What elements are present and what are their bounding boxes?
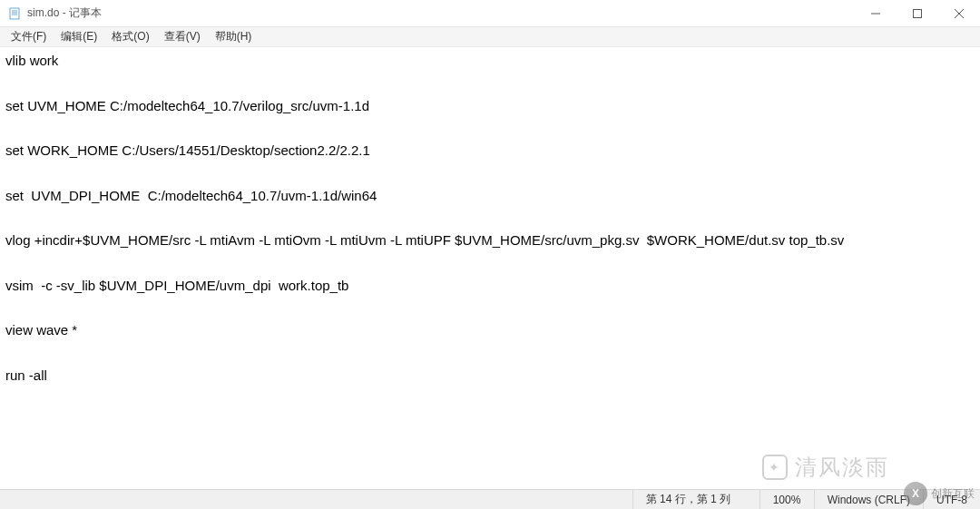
title-bar: sim.do - 记事本 — [0, 0, 980, 27]
svg-rect-0 — [10, 8, 19, 19]
menu-file[interactable]: 文件(F) — [4, 27, 54, 46]
status-encoding: UTF-8 — [923, 490, 980, 509]
maximize-button[interactable] — [897, 0, 938, 27]
menu-edit[interactable]: 编辑(E) — [54, 27, 104, 46]
status-position: 第 14 行，第 1 列 — [632, 490, 760, 509]
editor-textarea[interactable] — [0, 47, 980, 489]
menu-view[interactable]: 查看(V) — [157, 27, 208, 46]
menu-format[interactable]: 格式(O) — [104, 27, 156, 46]
minimize-button[interactable] — [855, 0, 897, 27]
menu-bar: 文件(F) 编辑(E) 格式(O) 查看(V) 帮助(H) — [0, 27, 980, 47]
status-bar: 第 14 行，第 1 列 100% Windows (CRLF) UTF-8 — [0, 489, 980, 509]
close-button[interactable] — [938, 0, 980, 27]
window-controls — [855, 0, 980, 27]
window-title: sim.do - 记事本 — [27, 5, 102, 21]
svg-rect-5 — [914, 10, 922, 18]
status-eol: Windows (CRLF) — [814, 490, 923, 509]
status-zoom: 100% — [760, 490, 814, 509]
menu-help[interactable]: 帮助(H) — [208, 27, 260, 46]
notepad-icon — [7, 6, 22, 21]
